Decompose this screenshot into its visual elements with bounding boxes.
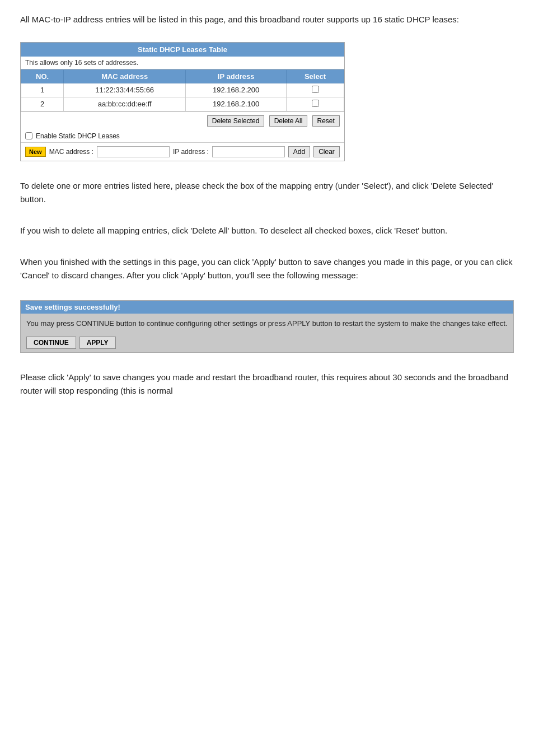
save-settings-body: You may press CONTINUE button to continu… [21, 314, 513, 334]
cell-mac: aa:bb:cc:dd:ee:ff [64, 97, 186, 111]
row-select-checkbox[interactable] [312, 100, 319, 107]
col-select: Select [287, 69, 344, 83]
dhcp-table-title: Static DHCP Leases Table [21, 43, 344, 57]
save-settings-header: Save settings successfully! [21, 301, 513, 314]
row-select-checkbox[interactable] [312, 86, 319, 93]
cell-no: 2 [21, 97, 64, 111]
section3-paragraph: When you finished with the settings in t… [20, 255, 514, 282]
table-row: 111:22:33:44:55:66192.168.2.200 [21, 83, 344, 97]
dhcp-table-container: Static DHCP Leases Table This allows onl… [20, 42, 345, 161]
cell-select [287, 97, 344, 111]
continue-button[interactable]: CONTINUE [26, 337, 76, 349]
clear-button[interactable]: Clear [313, 146, 340, 157]
dhcp-table: NO. MAC address IP address Select 111:22… [21, 69, 344, 111]
ip-address-input[interactable] [212, 146, 285, 157]
delete-selected-button[interactable]: Delete Selected [207, 115, 265, 127]
ip-address-label: IP address : [173, 148, 209, 156]
enable-static-dhcp-checkbox[interactable] [25, 132, 32, 139]
add-button[interactable]: Add [288, 146, 310, 157]
mac-address-input[interactable] [97, 146, 170, 157]
save-settings-buttons: CONTINUE APPLY [21, 333, 513, 352]
cell-ip: 192.168.2.200 [186, 83, 287, 97]
apply-button[interactable]: APPLY [79, 337, 116, 349]
col-mac: MAC address [64, 69, 186, 83]
dhcp-action-bar: Delete Selected Delete All Reset [21, 111, 344, 130]
reset-button[interactable]: Reset [312, 115, 340, 127]
mac-address-label: MAC address : [49, 148, 93, 156]
cell-select [287, 83, 344, 97]
cell-mac: 11:22:33:44:55:66 [64, 83, 186, 97]
new-badge: New [25, 147, 46, 157]
enable-static-dhcp-row: Enable Static DHCP Leases [21, 130, 344, 142]
col-no: NO. [21, 69, 64, 83]
cell-no: 1 [21, 83, 64, 97]
intro-paragraph: All MAC-to-IP address entries will be li… [20, 13, 514, 26]
bottom-paragraph: Please click 'Apply' to save changes you… [20, 371, 514, 398]
section1-paragraph: To delete one or more entries listed her… [20, 179, 514, 206]
cell-ip: 192.168.2.100 [186, 97, 287, 111]
dhcp-table-subtitle: This allows only 16 sets of addresses. [21, 57, 344, 69]
new-entry-row: New MAC address : IP address : Add Clear [21, 142, 344, 161]
section2-paragraph: If you wish to delete all mapping entrie… [20, 224, 514, 237]
col-ip: IP address [186, 69, 287, 83]
delete-all-button[interactable]: Delete All [269, 115, 308, 127]
save-settings-box: Save settings successfully! You may pres… [20, 300, 514, 353]
table-row: 2aa:bb:cc:dd:ee:ff192.168.2.100 [21, 97, 344, 111]
enable-static-dhcp-label: Enable Static DHCP Leases [36, 132, 120, 140]
